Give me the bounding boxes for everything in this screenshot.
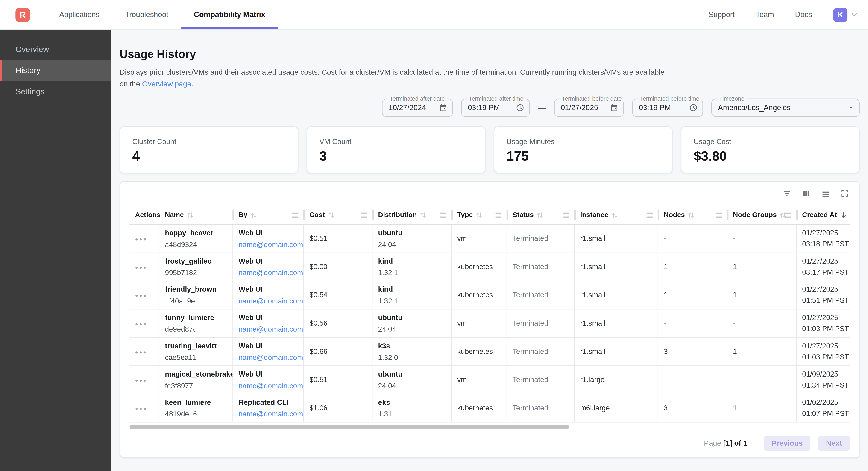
row-actions-menu-button[interactable]: ●●● [135, 347, 159, 356]
tab-troubleshoot[interactable]: Troubleshoot [112, 0, 181, 29]
created-by-email-link[interactable]: name@domain.com [239, 323, 303, 334]
clock-icon[interactable] [516, 103, 524, 112]
row-actions-menu-button[interactable]: ●●● [135, 291, 159, 299]
previous-page-button[interactable]: Previous [764, 436, 810, 450]
sort-icon[interactable] [476, 211, 483, 218]
caret-icon[interactable] [848, 105, 854, 110]
card-label: VM Count [319, 137, 473, 145]
instance-value: r1.large [580, 374, 657, 385]
summary-card-cluster-count: Cluster Count 4 [120, 126, 298, 173]
column-header-cost[interactable]: Cost [304, 206, 372, 224]
column-header-distribution[interactable]: Distribution [372, 206, 452, 224]
column-header-type[interactable]: Type [452, 206, 507, 224]
sort-icon[interactable] [250, 211, 257, 218]
column-menu-icon[interactable] [785, 212, 791, 217]
column-menu-icon[interactable] [440, 212, 446, 217]
terminated-after-date-field[interactable]: Terminated after date 10/27/2024 [382, 98, 453, 117]
user-avatar[interactable]: K [833, 7, 847, 22]
sort-icon[interactable] [688, 211, 695, 218]
tab-applications[interactable]: Applications [46, 0, 112, 29]
sidebar-item-history[interactable]: History [0, 60, 111, 81]
created-by-email-link[interactable]: name@domain.com [239, 380, 303, 391]
column-menu-icon[interactable] [647, 212, 653, 217]
created-by-method: Replicated CLI [239, 396, 303, 408]
column-menu-icon[interactable] [563, 212, 569, 217]
table-toolbar [129, 189, 849, 199]
overview-page-link[interactable]: Overview page [142, 80, 191, 88]
column-menu-icon[interactable] [716, 212, 722, 217]
nav-link-support[interactable]: Support [709, 10, 735, 19]
clock-icon[interactable] [689, 103, 698, 112]
nav-links: SupportTeamDocs [709, 10, 833, 19]
page-label: Page [704, 439, 723, 447]
usage-table-card: Actions Name By Cost Distribution Type [120, 181, 860, 458]
created-by-email-link[interactable]: name@domain.com [239, 351, 303, 363]
toolbar-fullscreen-button[interactable] [840, 189, 849, 199]
created-by-method: Web UI [239, 283, 303, 295]
card-label: Usage Cost [693, 137, 847, 145]
created-time: 01:03 PM PST [802, 351, 850, 362]
column-header-instance[interactable]: Instance [575, 206, 658, 224]
chevron-down-icon[interactable] [851, 11, 858, 18]
calendar-icon[interactable] [610, 103, 618, 112]
column-header-status[interactable]: Status [507, 206, 575, 224]
terminated-after-time-field[interactable]: Terminated after time 03:19 PM [461, 98, 530, 117]
cell-name: happy_beaver a48d9324 [159, 225, 233, 252]
data-grid: Actions Name By Cost Distribution Type [129, 206, 849, 422]
tab-compatibility-matrix[interactable]: Compatibility Matrix [181, 0, 278, 29]
created-by-email-link[interactable]: name@domain.com [239, 295, 303, 306]
cost-value: $0.66 [309, 346, 372, 357]
row-actions-menu-button[interactable]: ●●● [135, 319, 159, 327]
cell-node-groups: 1 [727, 281, 797, 309]
toolbar-density-button[interactable] [820, 189, 830, 199]
calendar-icon[interactable] [439, 103, 447, 112]
column-menu-icon[interactable] [361, 212, 367, 217]
node-groups-value: 1 [733, 346, 796, 357]
nav-link-docs[interactable]: Docs [795, 10, 812, 19]
sort-icon[interactable] [187, 211, 194, 218]
column-menu-icon[interactable] [496, 212, 501, 217]
toolbar-filter-button[interactable] [782, 189, 792, 199]
sidebar-item-settings[interactable]: Settings [0, 81, 111, 102]
cell-by: Web UI name@domain.com [233, 225, 304, 252]
horizontal-scrollbar-thumb[interactable] [129, 424, 569, 429]
next-page-button[interactable]: Next [818, 436, 850, 450]
cell-type: kubernetes [452, 394, 507, 422]
created-by-email-link[interactable]: name@domain.com [239, 267, 303, 278]
cell-type: vm [452, 366, 507, 393]
timezone-field[interactable]: Timezone America/Los_Angeles [711, 98, 860, 117]
field-label: Terminated before time [638, 95, 702, 101]
terminated-before-date-field[interactable]: Terminated before date 01/27/2025 [554, 98, 624, 117]
nav-link-team[interactable]: Team [756, 10, 774, 19]
cluster-id: de9ed87d [165, 323, 232, 334]
row-actions-menu-button[interactable]: ●●● [135, 234, 159, 243]
created-by-email-link[interactable]: name@domain.com [239, 408, 303, 419]
created-by-email-link[interactable]: name@domain.com [239, 238, 303, 250]
toolbar-columns-button[interactable] [801, 189, 811, 199]
row-actions-menu-button[interactable]: ●●● [135, 262, 159, 271]
sort-desc-icon[interactable] [840, 211, 847, 219]
column-header-by[interactable]: By [233, 206, 304, 224]
column-label: Name [165, 211, 184, 219]
table-row: ●●● friendly_brown 1f40a19e Web UI name@… [129, 281, 849, 310]
replicated-logo[interactable]: R [16, 7, 30, 22]
cell-cost: $0.56 [304, 309, 372, 337]
column-header-created_at[interactable]: Created At [797, 206, 850, 224]
row-actions-menu-button[interactable]: ●●● [135, 375, 159, 384]
column-header-name[interactable]: Name [159, 206, 233, 224]
cell-instance: r1.small [575, 337, 658, 365]
sort-icon[interactable] [611, 211, 618, 218]
column-menu-icon[interactable] [292, 212, 298, 217]
type-value: vm [457, 318, 506, 329]
sort-icon[interactable] [328, 211, 335, 218]
sidebar-item-overview[interactable]: Overview [0, 39, 111, 60]
cluster-id: 995b7182 [165, 267, 232, 278]
sort-icon[interactable] [420, 211, 427, 218]
column-header-nodes[interactable]: Nodes [658, 206, 727, 224]
column-header-node_groups[interactable]: Node Groups [727, 206, 797, 224]
row-actions-menu-button[interactable]: ●●● [135, 404, 159, 412]
terminated-before-time-field[interactable]: Terminated before time 03:19 PM [632, 98, 703, 117]
status-badge: Terminated [513, 374, 574, 385]
sidebar: OverviewHistorySettings [0, 30, 111, 471]
sort-icon[interactable] [536, 211, 544, 218]
